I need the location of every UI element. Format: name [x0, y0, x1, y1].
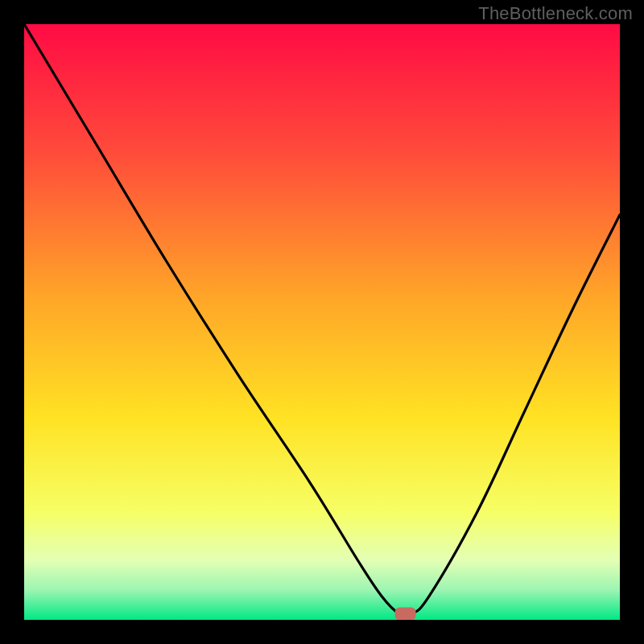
chart-frame: TheBottleneck.com: [0, 0, 644, 644]
chart-svg: [24, 24, 620, 620]
gradient-background: [24, 24, 620, 620]
optimal-point-marker: [395, 608, 416, 620]
watermark-text: TheBottleneck.com: [478, 3, 633, 24]
plot-area: [24, 24, 620, 620]
